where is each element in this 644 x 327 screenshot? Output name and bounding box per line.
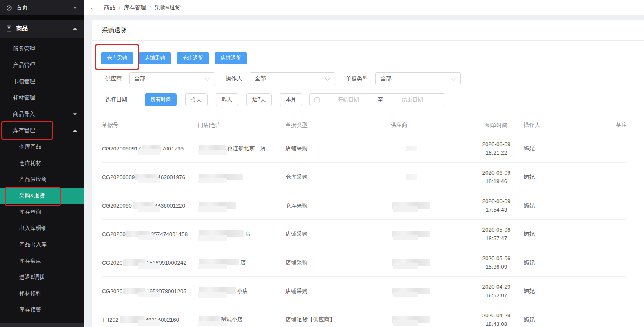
date-filter-label: 选择日期: [105, 96, 127, 104]
date-range-input[interactable]: 开始日期 至 结束日期: [309, 93, 445, 106]
table-header-row: 单据号 门店|仓库 单据类型 供应商 制单时间 操作人 备注: [102, 119, 627, 131]
dashboard-icon: [6, 5, 12, 11]
sidebar-item-耗材管理[interactable]: 耗材管理: [0, 90, 84, 106]
warehouse-return-button[interactable]: 仓库退货: [177, 52, 209, 64]
doc-type-filter-select[interactable]: 全部: [375, 72, 461, 85]
chevron-down-icon: [451, 76, 455, 80]
table-row[interactable]: TH20249304002160 测试小店 店铺退货【供应商】 2020-04-…: [102, 305, 627, 327]
cell-create-time: 2020-06-0917:54:43: [469, 197, 524, 214]
redaction-smudge: [198, 235, 227, 241]
filter-row: 供应商 全部 操作人 全部 单据类型 全部: [105, 72, 644, 85]
redaction-smudge: [138, 149, 160, 155]
table-row[interactable]: CG20200609177001736 容连锁北京一店 店铺采购 2020-06…: [102, 134, 627, 163]
cell-doc-number: CG20200609462001976: [102, 174, 198, 180]
cell-doc-number: CG20201652078001205: [102, 288, 198, 294]
date-quick-yesterday[interactable]: 昨天: [216, 93, 238, 106]
sidebar-item-进退&调拨[interactable]: 进退&调拨: [0, 269, 84, 285]
start-date-placeholder[interactable]: 开始日期: [321, 96, 376, 104]
chevron-up-icon: [73, 27, 77, 30]
table-row[interactable]: CG20201652078001205 小店 店铺采购 2020-04-2916…: [102, 277, 627, 305]
redaction-smudge: [138, 206, 160, 212]
redaction-smudge: [138, 178, 160, 183]
cell-doc-type: 仓库采购: [285, 202, 391, 209]
sidebar-item-库存盘点[interactable]: 库存盘点: [0, 253, 84, 269]
redaction-smudge: [198, 178, 227, 183]
doc-type-filter-label: 单据类型: [346, 75, 368, 82]
supplier-filter-select[interactable]: 全部: [129, 72, 215, 85]
date-filter-row: 选择日期 所有时间 今天 昨天 近7天 本月 开始日期 至 结束日期: [105, 93, 644, 106]
operator-filter-value: 全部: [255, 75, 266, 82]
table-row[interactable]: CG20200609462001976 仓库采购 2020-06-0918:19…: [102, 163, 627, 191]
cell-operator: 媚妃: [524, 230, 569, 238]
sidebar-item-label: 卡项管理: [13, 78, 35, 85]
sidebar-item-label: 库存盘点: [19, 257, 41, 265]
sidebar-item-label: 产品出入库: [19, 241, 47, 248]
store-return-button[interactable]: 店铺退货: [215, 52, 247, 64]
redaction-smudge: [198, 292, 227, 298]
cell-store: 店: [198, 259, 285, 266]
cell-supplier: [391, 202, 469, 209]
breadcrumb-item-inventory[interactable]: 库存管理: [124, 4, 146, 11]
warehouse-purchase-button[interactable]: 仓库采购: [101, 52, 133, 64]
breadcrumb-separator: /: [150, 4, 151, 11]
sidebar-item-库存管理[interactable]: 库存管理: [0, 122, 84, 139]
sidebar-item-库存查询[interactable]: 库存查询: [0, 204, 84, 220]
app-window: 首页 商品 服务管理 产品管理 卡项管理 耗材管理 商品导入 库存管理: [0, 0, 644, 327]
table-row[interactable]: CG20201536091000242 店 店铺采购 2020-05-0615:…: [102, 248, 627, 277]
sidebar-item-服务管理[interactable]: 服务管理: [0, 41, 84, 57]
cell-doc-type: 店铺采购: [285, 145, 391, 152]
table-row[interactable]: CG20200357474001458 店 店铺采购 2020-05-0618:…: [102, 220, 627, 248]
sidebar-item-home[interactable]: 首页: [0, 0, 84, 15]
cell-supplier: [391, 316, 469, 323]
sidebar: 首页 商品 服务管理 产品管理 卡项管理 耗材管理 商品导入 库存管理: [0, 0, 84, 327]
end-date-placeholder[interactable]: 结束日期: [385, 96, 440, 104]
cell-store: 容连锁北京一店: [198, 145, 285, 152]
table-body: CG20200609177001736 容连锁北京一店 店铺采购 2020-06…: [102, 134, 627, 327]
sidebar-item-label: 服务管理: [13, 45, 35, 53]
breadcrumb-item-goods[interactable]: 商品: [104, 4, 115, 11]
date-quick-today[interactable]: 今天: [185, 93, 208, 106]
date-quick-last7days[interactable]: 近7天: [246, 93, 272, 106]
supplier-filter-value: 全部: [135, 75, 146, 82]
sidebar-item-产品供应商[interactable]: 产品供应商: [0, 171, 84, 188]
orders-table: 单据号 门店|仓库 单据类型 供应商 制单时间 操作人 备注 CG2020060…: [92, 119, 644, 327]
store-purchase-button[interactable]: 店铺采购: [139, 52, 171, 64]
cell-store: 小店: [198, 287, 285, 295]
sidebar-item-label: 仓库产品: [19, 143, 41, 150]
sidebar-menu-list: 服务管理 产品管理 卡项管理 耗材管理 商品导入 库存管理 仓库产品 仓库耗材 …: [0, 38, 84, 318]
redaction-smudge: [198, 321, 227, 326]
sidebar-item-产品出入库[interactable]: 产品出入库: [0, 236, 84, 253]
sidebar-item-label: 商品导入: [13, 110, 35, 118]
redaction-mask: [406, 146, 417, 151]
sidebar-item-label: 产品供应商: [19, 176, 47, 183]
operator-filter-select[interactable]: 全部: [250, 72, 335, 85]
card-header: 采购退货: [92, 20, 644, 41]
cell-create-time: 2020-05-0618:57:47: [469, 225, 524, 243]
sidebar-item-仓库耗材[interactable]: 仓库耗材: [0, 155, 84, 171]
sidebar-item-仓库产品[interactable]: 仓库产品: [0, 139, 84, 155]
operator-filter-label: 操作人: [226, 75, 243, 82]
sidebar-item-耗材领料[interactable]: 耗材领料: [0, 285, 84, 302]
sidebar-item-采购&退货[interactable]: 采购&退货: [0, 188, 84, 204]
redaction-smudge: [393, 263, 418, 269]
back-arrow-icon[interactable]: ←: [90, 4, 97, 11]
header-remark: 备注: [569, 122, 627, 129]
cell-store: 测试小店: [198, 316, 285, 323]
sidebar-item-库存预警[interactable]: 库存预警: [0, 302, 84, 318]
sidebar-item-产品管理[interactable]: 产品管理: [0, 57, 84, 73]
sidebar-item-卡项管理[interactable]: 卡项管理: [0, 73, 84, 90]
cell-create-time: 2020-05-0615:36:09: [469, 254, 524, 271]
date-quick-this-month[interactable]: 本月: [280, 93, 302, 106]
date-quick-all-time[interactable]: 所有时间: [145, 93, 177, 106]
sidebar-item-出入库明细[interactable]: 出入库明细: [0, 220, 84, 236]
table-row[interactable]: CG20200604436001220 仓库采购 2020-06-0917:54…: [102, 191, 627, 220]
cell-doc-type: 店铺退货【供应商】: [285, 316, 391, 323]
sidebar-item-goods[interactable]: 商品: [0, 20, 84, 38]
breadcrumb: ← 商品 / 库存管理 / 采购&退货: [84, 0, 644, 15]
sidebar-item-商品导入[interactable]: 商品导入: [0, 106, 84, 122]
sidebar-scroll-strip[interactable]: [0, 323, 84, 327]
chevron-up-icon: [73, 129, 77, 132]
redaction-smudge: [138, 263, 160, 269]
header-doc-number: 单据号: [102, 122, 198, 129]
sidebar-home-label: 首页: [16, 4, 28, 11]
